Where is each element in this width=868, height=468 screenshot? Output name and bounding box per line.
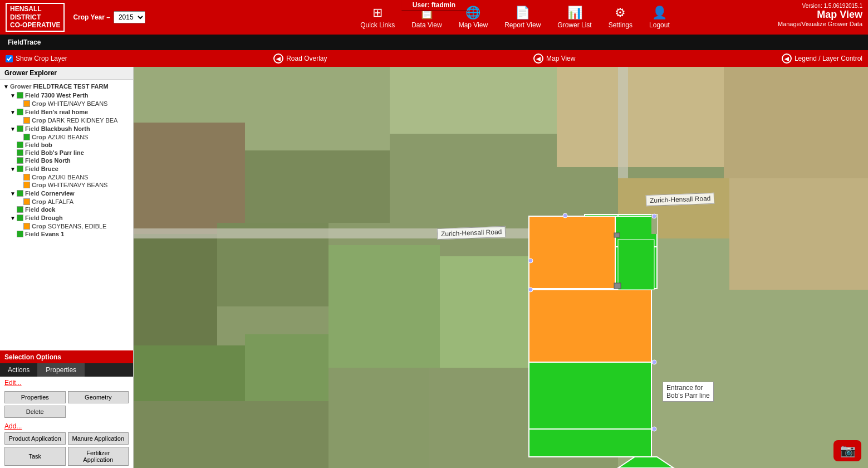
tree-item-label: Drough [41, 214, 63, 221]
report-view-label: Report View [504, 21, 541, 29]
svg-rect-6 [245, 150, 390, 223]
tree-row[interactable]: ▼FieldDrough [0, 213, 133, 222]
tree-item-label: dock [41, 206, 56, 213]
tree-row[interactable]: Fieldbob [0, 141, 133, 149]
camera-icon: 📷 [840, 443, 855, 458]
tree-row[interactable]: FieldBob's Parr line [0, 149, 133, 157]
crop-year-area: Crop Year – 2015 2014 2016 [73, 11, 145, 23]
tree-type-tag: Field [25, 190, 40, 197]
tree-row[interactable]: FieldEvans 1 [0, 230, 133, 238]
tree-item-label: Cornerview [41, 190, 75, 197]
nav-logout[interactable]: 👤 Logout [649, 6, 670, 29]
tree-row[interactable]: ▼FieldBen's real home [0, 108, 133, 116]
svg-rect-25 [529, 216, 615, 289]
tree-type-tag: Field [25, 231, 40, 237]
geometry-button[interactable]: Geometry [68, 391, 129, 403]
legend-btn[interactable]: ◀ [782, 53, 792, 64]
edit-label: Edit... [4, 379, 22, 387]
tree-row[interactable]: ▼FieldBruce [0, 164, 133, 173]
delete-button[interactable]: Delete [4, 406, 66, 418]
svg-rect-4 [724, 67, 868, 178]
nav-grower-list[interactable]: 📊 Grower List [557, 6, 591, 29]
tree-row[interactable]: ▼Field7300 West Perth [0, 91, 133, 100]
nav-settings[interactable]: ⚙ Settings [609, 6, 632, 29]
sidebar: Grower Explorer ▼GrowerFIELDTRACE TEST F… [0, 67, 134, 468]
tree-row[interactable]: Fielddock [0, 206, 133, 213]
map-view-btn[interactable]: ◀ [533, 53, 543, 64]
tree-row[interactable]: ▼FieldBlackbush North [0, 124, 133, 133]
user-bar: User: ftadmin [401, 0, 467, 11]
nav-report-view[interactable]: 📄 Report View [504, 6, 541, 29]
svg-rect-2 [390, 67, 557, 134]
crop-year-select[interactable]: 2015 2014 2016 [114, 11, 145, 23]
grower-list-label: Grower List [557, 21, 591, 29]
show-crop-layer[interactable]: Show Crop Layer [6, 55, 67, 62]
svg-point-40 [652, 427, 656, 431]
settings-icon: ⚙ [615, 6, 626, 20]
manure-application-button[interactable]: Manure Application [68, 432, 129, 445]
add-label[interactable]: Add... [0, 420, 133, 430]
nav-icons: ⊞ Quick Links 📋 Data View 🌐 Map View 📄 R… [168, 6, 862, 29]
fertilizer-application-button[interactable]: Fertilizer Application [68, 447, 129, 466]
crop-year-label: Crop Year – [73, 13, 110, 21]
tree-type-tag: Field [25, 214, 40, 221]
tree-row[interactable]: FieldBos North [0, 157, 133, 164]
road-overlay-btn[interactable]: ◀ [273, 53, 283, 64]
add-label-text: Add... [4, 422, 22, 430]
logo-line1: HENSALL [10, 5, 42, 13]
tree-color-indicator [23, 134, 30, 140]
tree-row[interactable]: CropAZUKI BEANS [0, 173, 133, 181]
nav-quick-links[interactable]: ⊞ Quick Links [360, 6, 395, 29]
tree-item-label: Evans 1 [41, 231, 65, 237]
tree-view[interactable]: ▼GrowerFIELDTRACE TEST FARM▼Field7300 We… [0, 80, 133, 350]
top-header: HENSALL DISTRICT CO-OPERATIVE Crop Year … [0, 0, 868, 35]
road-overlay[interactable]: ◀ Road Overlay [273, 53, 327, 64]
camera-button[interactable]: 📷 [833, 440, 861, 461]
tree-row[interactable]: ▼GrowerFIELDTRACE TEST FARM [0, 82, 133, 91]
main-layout: Grower Explorer ▼GrowerFIELDTRACE TEST F… [0, 67, 868, 468]
tree-toggle[interactable]: ▼ [9, 165, 17, 173]
tab-properties[interactable]: Properties [38, 363, 85, 377]
tab-properties-label: Properties [46, 366, 76, 374]
grower-list-icon: 📊 [567, 6, 582, 20]
tree-type-tag: Crop [32, 100, 46, 107]
tree-row[interactable]: ▼FieldCornerview [0, 189, 133, 198]
tree-item-label: WHITE/NAVY BEANS [48, 182, 108, 188]
legend-layer-control[interactable]: ◀ Legend / Layer Control [782, 53, 862, 64]
svg-rect-12 [440, 256, 529, 368]
tree-row[interactable]: CropAZUKI BEANS [0, 133, 133, 141]
svg-rect-21 [729, 178, 868, 290]
toolbar-map-view[interactable]: ◀ Map View [533, 53, 575, 64]
logo-line3: CO-OPERATIVE [10, 21, 60, 29]
tree-toggle[interactable]: ▼ [9, 214, 17, 222]
edit-link[interactable]: Edit... [0, 377, 133, 389]
tree-row[interactable]: CropWHITE/NAVY BEANS [0, 181, 133, 189]
tree-toggle[interactable]: ▼ [9, 189, 17, 197]
tree-row[interactable]: CropWHITE/NAVY BEANS [0, 100, 133, 108]
show-crop-layer-checkbox[interactable] [6, 55, 13, 62]
tree-color-indicator [17, 157, 23, 164]
properties-button[interactable]: Properties [4, 391, 66, 403]
quick-links-icon: ⊞ [372, 6, 382, 20]
map-view-icon: 🌐 [465, 6, 480, 20]
tree-item-label: Bruce [41, 165, 58, 172]
tree-toggle[interactable]: ▼ [9, 108, 17, 116]
settings-label: Settings [609, 21, 632, 29]
product-application-button[interactable]: Product Application [4, 432, 66, 445]
tab-actions[interactable]: Actions [0, 363, 38, 377]
tree-toggle[interactable]: ▼ [9, 125, 17, 133]
tree-toggle[interactable]: ▼ [9, 91, 17, 99]
tree-toggle[interactable]: ▼ [2, 82, 10, 90]
tree-color-indicator [23, 117, 30, 124]
tree-row[interactable]: CropSOYBEANS, EDIBLE [0, 222, 133, 230]
tree-color-indicator [23, 182, 30, 188]
actions-grid: Properties Geometry Delete [0, 389, 133, 420]
task-button[interactable]: Task [4, 447, 66, 466]
tree-type-tag: Field [25, 92, 40, 99]
tree-row[interactable]: CropALFALFA [0, 198, 133, 206]
logo-line2: DISTRICT [10, 13, 41, 21]
map-area[interactable]: Zurich-Hensall Road Zurich-Hensall Road … [134, 67, 868, 468]
tree-color-indicator [17, 214, 23, 221]
tree-row[interactable]: CropDARK RED KIDNEY BEA [0, 116, 133, 124]
tree-item-label: Ben's real home [41, 109, 89, 115]
